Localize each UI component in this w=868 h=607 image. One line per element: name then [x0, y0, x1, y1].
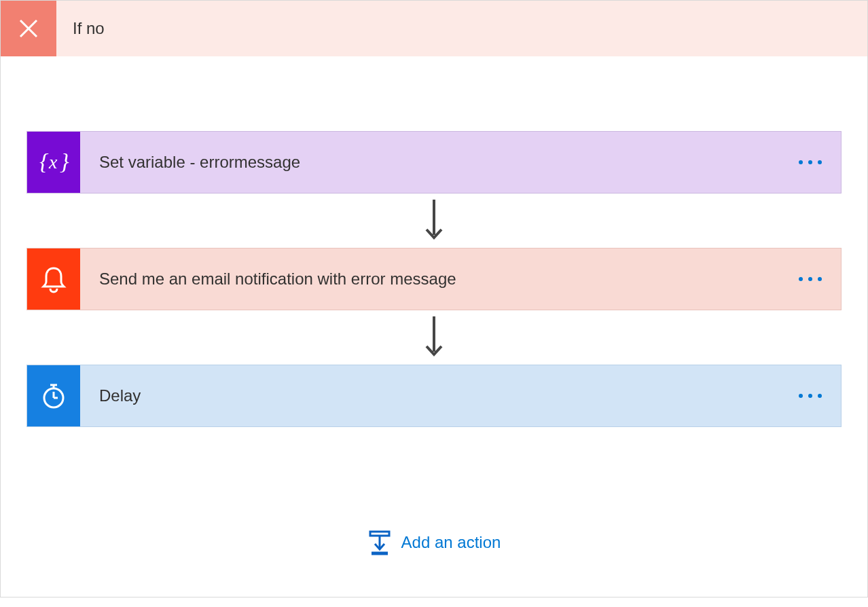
branch-title: If no	[56, 19, 105, 38]
action-menu-button[interactable]	[799, 160, 841, 164]
svg-text:x: x	[48, 151, 58, 172]
variable-icon: { x }	[37, 146, 70, 179]
action-send-notification[interactable]: Send me an email notification with error…	[26, 248, 842, 310]
branch-header[interactable]: If no	[1, 1, 867, 56]
flow-arrow	[424, 310, 444, 365]
action-delay[interactable]: Delay	[26, 365, 842, 427]
bell-icon	[37, 263, 70, 295]
variable-icon-box: { x }	[27, 132, 80, 193]
action-label: Send me an email notification with error…	[80, 270, 799, 289]
action-label: Delay	[80, 386, 799, 405]
add-action-icon	[367, 529, 392, 556]
actions-content-area: { x } Set variable - errormessage	[1, 56, 867, 597]
close-icon	[15, 15, 42, 42]
if-no-branch-container: If no { x } Set variable - errormessage	[0, 0, 868, 597]
svg-text:}: }	[60, 149, 69, 174]
ellipsis-icon	[799, 394, 803, 398]
ellipsis-icon	[799, 277, 803, 281]
bell-icon-box	[27, 249, 80, 310]
svg-rect-12	[370, 532, 389, 536]
flow-arrow	[424, 194, 444, 248]
timer-icon-box	[27, 365, 80, 426]
ellipsis-icon	[799, 160, 803, 164]
close-icon-box	[1, 1, 56, 56]
svg-text:{: {	[39, 149, 49, 174]
timer-icon	[37, 380, 70, 412]
add-action-label: Add an action	[401, 533, 501, 552]
action-menu-button[interactable]	[799, 394, 841, 398]
action-set-variable[interactable]: { x } Set variable - errormessage	[26, 131, 842, 194]
action-menu-button[interactable]	[799, 277, 841, 281]
add-action-button[interactable]: Add an action	[367, 529, 501, 570]
action-label: Set variable - errormessage	[80, 153, 799, 172]
